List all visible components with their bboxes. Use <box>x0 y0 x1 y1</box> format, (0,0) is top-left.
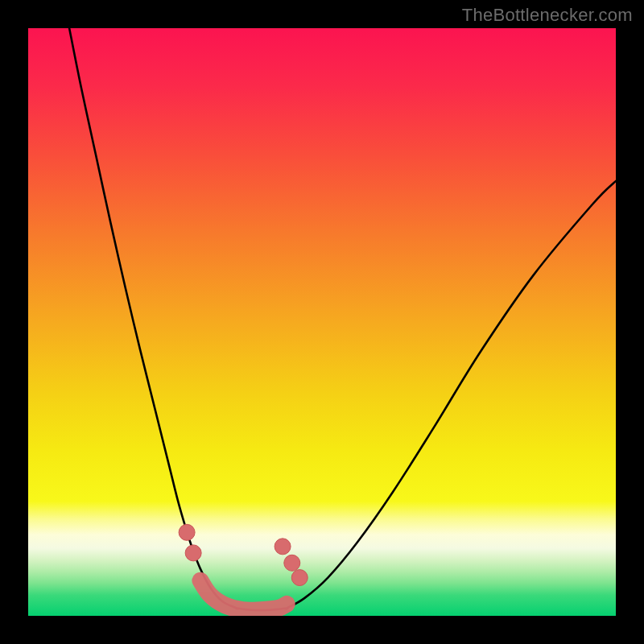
data-marker <box>284 555 300 571</box>
outer-frame: TheBottlenecker.com <box>0 0 644 644</box>
data-marker <box>291 570 308 586</box>
data-marker <box>185 545 201 561</box>
data-marker <box>179 524 195 540</box>
plot-area <box>28 28 616 616</box>
data-marker <box>275 539 291 555</box>
watermark-label: TheBottlenecker.com <box>462 5 633 26</box>
gradient-background <box>28 28 616 616</box>
plot-svg <box>28 28 616 616</box>
